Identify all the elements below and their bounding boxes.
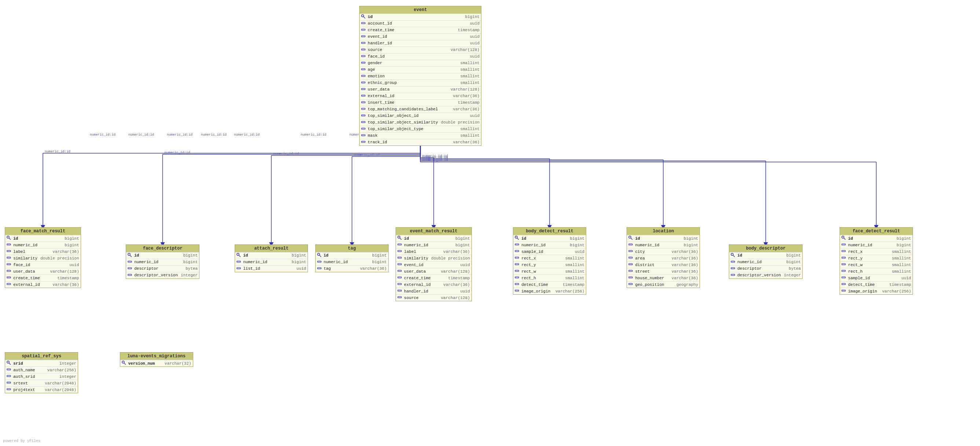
key-icon <box>317 253 322 259</box>
table-row: external_idvarchar(36) <box>396 281 471 288</box>
column-name: tag <box>324 267 357 271</box>
column-icon <box>317 259 322 265</box>
svg-point-150 <box>629 236 631 238</box>
column-icon <box>731 259 736 265</box>
column-type: bytea <box>186 267 197 271</box>
column-name: user_data <box>13 269 47 274</box>
column-icon <box>6 262 12 268</box>
column-icon <box>361 87 366 92</box>
key-icon <box>361 14 366 20</box>
column-type: uuid <box>575 249 584 254</box>
column-type: smallint <box>565 256 584 260</box>
table-header-face_detect_result: face_detect_result <box>840 228 913 235</box>
column-type: bigint <box>455 243 470 248</box>
svg-line-113 <box>400 238 402 240</box>
column-type: varchar(36) <box>672 276 698 280</box>
table-location: locationidbigintnumeric_idbigintcityvarc… <box>627 227 700 288</box>
column-name: face_id <box>368 54 467 59</box>
column-type: timestamp <box>458 28 480 32</box>
table-row: cityvarchar(36) <box>627 248 700 255</box>
column-name: source <box>368 48 448 52</box>
column-type: integer <box>784 273 801 278</box>
column-name: handler_id <box>368 41 467 46</box>
column-type: varchar(36) <box>453 94 480 98</box>
svg-text:numeric_id:id: numeric_id:id <box>45 150 70 154</box>
column-icon <box>361 80 366 86</box>
column-name: auth_name <box>13 368 45 372</box>
column-icon <box>628 242 633 248</box>
column-type: bigint <box>684 243 698 248</box>
column-type: varchar(128) <box>441 269 470 274</box>
column-type: smallint <box>892 269 911 274</box>
table-row: idbigint <box>5 235 81 241</box>
table-row: srtextvarchar(2048) <box>5 380 78 386</box>
column-icon <box>361 41 366 46</box>
column-type: varchar(128) <box>450 87 480 92</box>
column-name: city <box>635 249 668 254</box>
column-name: id <box>635 236 681 241</box>
column-name: label <box>404 249 440 254</box>
column-type: varchar(36) <box>453 140 480 144</box>
svg-text:numeric_id:id: numeric_id:id <box>422 157 448 161</box>
svg-line-107 <box>319 255 321 257</box>
column-type: timestamp <box>889 283 911 287</box>
column-icon <box>361 74 366 79</box>
column-icon <box>515 256 520 261</box>
column-name: external_id <box>13 283 49 287</box>
column-icon <box>237 259 242 265</box>
relation-label-5: numeric_id:id <box>234 133 259 137</box>
table-row: emotionsmallint <box>360 73 481 79</box>
column-type: bigint <box>455 236 470 241</box>
table-row: create_timetimestamp <box>396 275 471 281</box>
column-name: descriptor_version <box>737 273 781 278</box>
column-name: image_origin <box>848 289 879 294</box>
column-name: numeric_id <box>404 243 452 248</box>
connections-svg: numeric_id:idnumeric_id:idnumeric_id:idn… <box>0 0 980 446</box>
column-icon <box>361 127 366 132</box>
column-icon <box>127 273 133 278</box>
column-name: descriptor <box>737 267 786 271</box>
column-name: create_time <box>13 276 54 280</box>
table-row: create_timetimestamp <box>5 275 81 281</box>
column-name: rect_x <box>521 256 562 260</box>
column-type: varchar(36) <box>672 249 698 254</box>
column-type: bigint <box>684 236 698 241</box>
table-header-location: location <box>627 228 700 235</box>
column-icon <box>398 256 402 261</box>
column-type: varchar(36) <box>672 256 698 260</box>
column-name: id <box>368 15 462 19</box>
column-name: id <box>13 236 62 241</box>
table-row: numeric_idbigint <box>235 259 308 265</box>
column-name: srid <box>13 361 56 366</box>
column-icon <box>628 249 633 254</box>
column-name: numeric_id <box>134 260 180 264</box>
table-row: sample_iduuid <box>840 275 913 281</box>
table-row: external_idvarchar(36) <box>5 281 81 288</box>
column-name: external_id <box>368 94 450 98</box>
key-icon <box>628 236 633 241</box>
column-name: age <box>368 67 457 72</box>
column-type: smallint <box>460 74 480 78</box>
table-row: house_numbervarchar(36) <box>627 275 700 281</box>
column-type: uuid <box>460 289 470 294</box>
column-icon <box>6 249 12 254</box>
svg-point-202 <box>122 361 124 363</box>
column-icon <box>6 256 12 261</box>
svg-point-174 <box>842 236 844 238</box>
table-event: eventidbigintaccount_iduuidcreate_timeti… <box>359 6 481 146</box>
column-icon <box>361 34 366 40</box>
column-name: mask <box>368 133 457 138</box>
column-type: varchar(256) <box>47 368 76 372</box>
column-name: event_id <box>404 263 457 267</box>
svg-point-92 <box>128 253 130 256</box>
column-icon <box>6 380 12 386</box>
table-row: idbigint <box>513 235 586 241</box>
column-type: bytea <box>789 267 801 271</box>
relation-label-2: numeric_id:id <box>128 133 154 137</box>
column-type: varchar(36) <box>52 249 79 254</box>
column-name: descriptor <box>134 267 183 271</box>
table-row: image_originvarchar(256) <box>513 288 586 294</box>
column-name: geo_position <box>635 283 673 287</box>
svg-line-167 <box>733 255 735 257</box>
svg-line-203 <box>124 363 126 365</box>
